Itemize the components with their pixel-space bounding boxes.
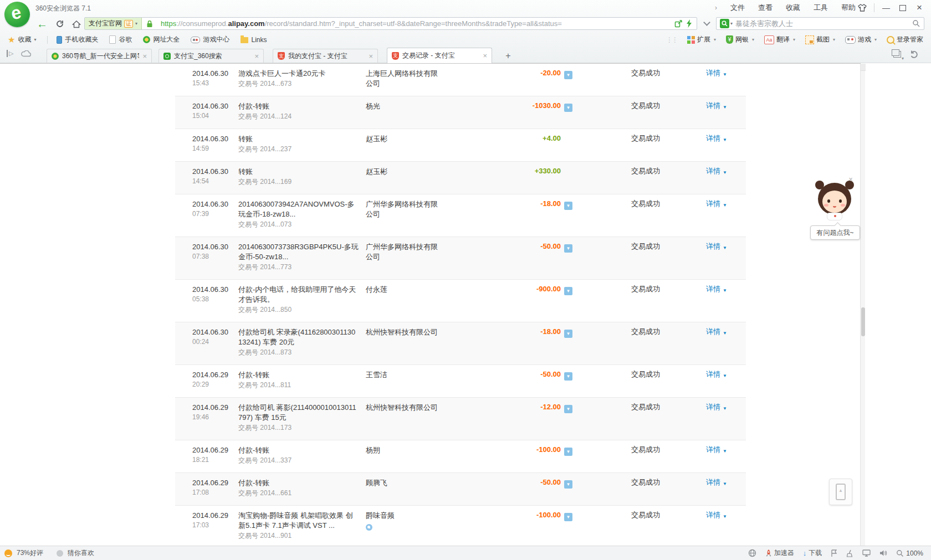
assistant-mascot[interactable] (817, 181, 852, 222)
amount-dropdown-button[interactable]: ▼ (564, 244, 572, 253)
detail-link[interactable]: 详情 ▼ (706, 242, 727, 272)
detail-link[interactable]: 详情 ▼ (706, 511, 727, 541)
mute-button[interactable] (879, 549, 887, 557)
amount-dropdown-button[interactable]: ▼ (564, 287, 572, 295)
row-date: 2014.06.30 (192, 242, 238, 252)
reload-button[interactable] (53, 17, 66, 30)
tab-close-icon[interactable]: × (142, 53, 147, 60)
row-time: 14:59 (192, 144, 238, 153)
tile-windows-icon[interactable] (893, 51, 901, 58)
wangwang-icon[interactable] (366, 524, 372, 531)
scrollbar-thumb[interactable] (861, 307, 865, 336)
bookmark-google[interactable]: 谷歌 (109, 35, 132, 44)
tab-360-nav[interactable]: 360导航_新一代安全上网导航 × (47, 49, 152, 63)
vertical-scrollbar[interactable] (860, 64, 865, 546)
menu-expand-icon[interactable]: › (715, 4, 717, 12)
row-txn-id: 交易号 2014...901 (238, 531, 359, 541)
amount-dropdown-button[interactable]: ▼ (564, 372, 572, 381)
tab-close-icon[interactable]: × (369, 53, 373, 60)
detail-link[interactable]: 详情 ▼ (706, 69, 727, 89)
close-icon[interactable]: × (911, 2, 928, 14)
url-dropdown-button[interactable] (699, 17, 714, 30)
mobile-widget-button[interactable] (829, 479, 852, 505)
star-icon: ★ (8, 35, 15, 44)
panel-online-banking[interactable]: ¥ 网银▾ (726, 35, 754, 44)
detail-link[interactable]: 详情 ▼ (706, 199, 727, 229)
detail-link[interactable]: 详情 ▼ (706, 134, 727, 154)
minimize-icon[interactable]: — (878, 2, 894, 14)
skin-icon[interactable] (854, 2, 871, 14)
grip-handle[interactable]: ⋮⋮ (666, 36, 677, 44)
detail-link[interactable]: 详情 ▼ (706, 403, 727, 433)
bookmark-mobile-favorites[interactable]: 手机收藏夹 (57, 35, 98, 44)
download-button[interactable]: ↓ 下载 (803, 548, 822, 558)
detail-link[interactable]: 详情 ▼ (706, 445, 727, 465)
bookmark-game-center[interactable]: 游戏中心 (191, 35, 229, 44)
search-input[interactable]: 暴徒杀害宗教人士 (735, 19, 909, 29)
panel-login-manager[interactable]: 登录管家 (887, 35, 923, 44)
tab-transaction-records[interactable]: 支 交易记录 - 支付宝 × (387, 48, 492, 63)
menu-tools[interactable]: 工具 (814, 3, 828, 13)
panel-screenshot[interactable]: 截图▾ (805, 35, 835, 44)
amount-dropdown-button[interactable]: ▼ (564, 448, 572, 456)
panel-games[interactable]: 游戏▾ (845, 35, 877, 44)
scroll-up-button[interactable] (861, 64, 866, 71)
row-amount: +4.00 (438, 134, 561, 154)
sidebar-toggle-icon[interactable]: ▷ (7, 50, 13, 57)
detail-link[interactable]: 详情 ▼ (706, 478, 727, 498)
maximize-icon[interactable] (894, 2, 911, 14)
display-mode-button[interactable] (862, 549, 871, 557)
panel-translate[interactable]: Aa 翻译▾ (764, 35, 795, 44)
amount-dropdown-button[interactable]: ▼ (564, 405, 572, 413)
bookmark-favorites[interactable]: ★ 收藏 ▾ (8, 35, 36, 44)
lightning-icon[interactable] (686, 19, 692, 28)
home-button[interactable] (70, 17, 83, 30)
tab-my-alipay[interactable]: 支 我的支付宝 - 支付宝 × (273, 49, 378, 63)
amount-dropdown-button[interactable]: ▼ (564, 104, 572, 112)
detail-link[interactable]: 详情 ▼ (706, 327, 727, 357)
network-status-button[interactable] (748, 549, 756, 557)
amount-dropdown-button[interactable]: ▼ (564, 71, 572, 79)
mascot-tooltip[interactable]: 有问题点我~ (810, 225, 860, 240)
menu-favorites[interactable]: 收藏 (786, 3, 800, 13)
bookmark-links[interactable]: Links (241, 36, 267, 44)
zoom-control[interactable]: 100% (896, 549, 923, 557)
search-engine-caret-icon[interactable]: ▾ (730, 21, 733, 26)
address-bar[interactable]: 支付宝官网 证 ▾ https://consumeprod.alipay.com… (84, 17, 697, 30)
row-amount: -1030.00 (438, 101, 561, 121)
amount-dropdown-button[interactable]: ▼ (564, 513, 572, 521)
amount-dropdown-button[interactable]: ▼ (564, 330, 572, 338)
tab-close-icon[interactable]: × (254, 53, 259, 60)
report-button[interactable] (831, 549, 837, 557)
browser-logo-icon[interactable] (4, 2, 30, 27)
table-row: 2014.06.29 17:03 淘宝购物-爵味音频 机架唱歌效果 创新5.1声… (175, 506, 746, 548)
search-icon[interactable] (912, 19, 920, 28)
amount-dropdown-button[interactable]: ▼ (564, 202, 572, 210)
menu-view[interactable]: 查看 (758, 3, 773, 13)
search-box[interactable]: ▾ 暴徒杀害宗教人士 (716, 17, 924, 30)
detail-link[interactable]: 详情 ▼ (706, 101, 727, 121)
new-tab-button[interactable]: + (502, 50, 515, 61)
tab-360-search[interactable]: 支付宝_360搜索 × (158, 49, 264, 63)
panel-extensions[interactable]: 扩展▾ (687, 35, 716, 44)
suggest-icon[interactable] (57, 550, 63, 557)
search-engine-icon[interactable] (720, 19, 729, 28)
restore-tab-icon[interactable] (910, 50, 919, 58)
site-identity-badge[interactable]: 支付宝官网 证 ▾ (85, 18, 142, 29)
rating-smiley-icon[interactable] (4, 549, 12, 557)
suggest-label[interactable]: 猜你喜欢 (68, 548, 94, 558)
clean-button[interactable] (846, 549, 853, 557)
accelerator-button[interactable]: 加速器 (765, 548, 794, 558)
detail-link[interactable]: 详情 ▼ (706, 370, 727, 390)
detail-link[interactable]: 详情 ▼ (706, 285, 727, 315)
back-button[interactable]: ← (35, 17, 49, 30)
detail-link[interactable]: 详情 ▼ (706, 167, 727, 187)
rating-label[interactable]: 73%好评 (17, 548, 43, 558)
amount-dropdown-button[interactable]: ▼ (564, 480, 572, 489)
detail-caret-icon: ▼ (723, 168, 727, 177)
share-icon[interactable] (674, 19, 683, 28)
tab-close-icon[interactable]: × (483, 52, 487, 59)
menu-file[interactable]: 文件 (730, 3, 745, 13)
cloud-icon[interactable] (21, 50, 31, 57)
bookmark-site-directory[interactable]: 网址大全 (143, 35, 180, 44)
